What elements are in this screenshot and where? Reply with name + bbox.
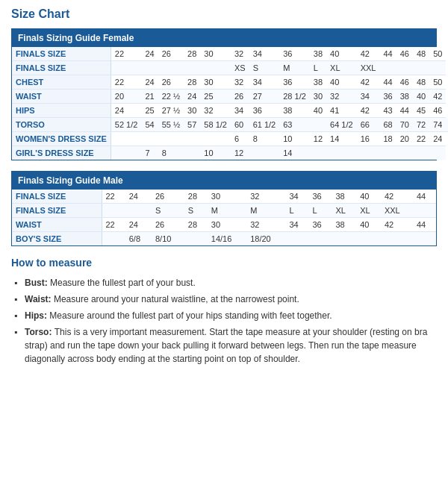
page-title: Size Chart [11, 7, 437, 21]
cell-value: 26 [152, 190, 184, 204]
cell-value: 38 [332, 190, 357, 204]
cell-value: 30 [208, 218, 246, 232]
cell-value: 42 [357, 104, 380, 118]
cell-value: 40 [413, 90, 429, 104]
cell-value [396, 61, 413, 75]
cell-value: 24 [125, 218, 152, 232]
cell-value [357, 146, 380, 160]
cell-value: 14 [326, 132, 357, 146]
cell-value: 26 [158, 47, 184, 61]
cell-value: 32 [326, 90, 357, 104]
cell-value [200, 132, 231, 146]
cell-value: 68 [379, 118, 396, 132]
cell-value: 66 [357, 118, 380, 132]
cell-value: 40 [310, 104, 326, 118]
cell-value: 32 [246, 218, 285, 232]
cell-value: 48 [413, 75, 429, 90]
cell-value: XL [356, 204, 381, 218]
cell-value [111, 61, 141, 75]
cell-value [356, 232, 381, 246]
cell-value: 22 [111, 47, 141, 61]
row-label: GIRL'S DRESS SIZE [12, 146, 111, 160]
cell-value [310, 118, 326, 132]
cell-value [111, 132, 141, 146]
row-label: WOMEN'S DRESS SIZE [12, 132, 111, 146]
cell-value: 28 1/2 [279, 90, 310, 104]
cell-value: 24 [184, 90, 200, 104]
cell-value: 25 [141, 104, 158, 118]
cell-value [141, 61, 158, 75]
cell-value [379, 61, 396, 75]
cell-value: 14/16 [208, 232, 246, 246]
list-item: Hips: Measure around the fullest part of… [11, 307, 437, 324]
cell-value: S [152, 204, 184, 218]
cell-value: L [285, 204, 308, 218]
row-label: BOY'S SIZE [12, 232, 102, 246]
row-label: FINALS SIZE [12, 204, 102, 218]
cell-value: 60 [231, 118, 249, 132]
measure-term: Hips: [25, 310, 49, 321]
cell-value: 28 [184, 218, 208, 232]
cell-value: 20 [396, 132, 413, 146]
cell-value [308, 232, 332, 246]
cell-value: S [249, 61, 280, 75]
cell-value [379, 146, 396, 160]
cell-value: L [308, 204, 332, 218]
cell-value [200, 61, 231, 75]
cell-value [184, 132, 200, 146]
cell-value: 24 [429, 132, 446, 146]
cell-value [429, 61, 446, 75]
measure-term: Bust: [25, 278, 50, 288]
how-to-measure-heading: How to measure [11, 257, 437, 269]
measure-desc: Measure the fullest part of your bust. [50, 278, 196, 288]
male-table: FINALS SIZE222426283032343638404244FINAL… [12, 190, 436, 245]
cell-value: 36 [379, 90, 396, 104]
cell-value: 44 [379, 75, 396, 90]
cell-value: 58 1/2 [200, 118, 231, 132]
cell-value: 44 [379, 47, 396, 61]
cell-value: 34 [249, 47, 280, 61]
cell-value: 34 [231, 104, 249, 118]
cell-value: 42 [357, 75, 380, 90]
table-row: WAIST202122 ½2425262728 1/23032343638404… [12, 90, 448, 104]
cell-value: 27 ½ [158, 104, 184, 118]
cell-value: 40 [326, 75, 357, 90]
cell-value [332, 232, 357, 246]
cell-value [184, 146, 200, 160]
cell-value: XL [326, 61, 357, 75]
cell-value: 26 [158, 75, 184, 90]
cell-value: M [208, 204, 246, 218]
cell-value: 24 [125, 190, 152, 204]
cell-value: 36 [249, 104, 280, 118]
table-row: FINALS SIZE222426283032343638404244 [12, 190, 436, 204]
cell-value: 28 [184, 47, 200, 61]
female-table: FINALS SIZE22242628303234363840424446485… [12, 47, 448, 160]
cell-value: 22 [102, 218, 125, 232]
cell-value: 55 ½ [158, 118, 184, 132]
table-row: FINALS SIZESSMMLLXLXLXXL [12, 204, 436, 218]
cell-value: 16 [357, 132, 380, 146]
cell-value: 32 [231, 47, 249, 61]
table-row: GIRL'S DRESS SIZE78101214 [12, 146, 448, 160]
cell-value: 6 [231, 132, 249, 146]
cell-value: 12 [231, 146, 249, 160]
cell-value [429, 146, 446, 160]
cell-value: 12 [310, 132, 326, 146]
cell-value: 38 [396, 90, 413, 104]
cell-value: 18 [379, 132, 396, 146]
cell-value: 72 [413, 118, 429, 132]
male-table-header: Finals Sizing Guide Male [12, 172, 436, 190]
row-label: FINALS SIZE [12, 47, 111, 61]
cell-value: 8 [249, 132, 280, 146]
cell-value [413, 61, 429, 75]
list-item: Bust: Measure the fullest part of your b… [11, 275, 437, 291]
cell-value: S [184, 204, 208, 218]
cell-value: 30 [208, 190, 246, 204]
cell-value [158, 61, 184, 75]
list-item: Waist: Measure around your natural waist… [11, 291, 437, 307]
cell-value: 8 [158, 146, 184, 160]
row-label: HIPS [12, 104, 111, 118]
row-label: CHEST [12, 75, 111, 90]
cell-value: 8/10 [152, 232, 184, 246]
table-row: BOY'S SIZE6/88/1014/1618/20 [12, 232, 436, 246]
